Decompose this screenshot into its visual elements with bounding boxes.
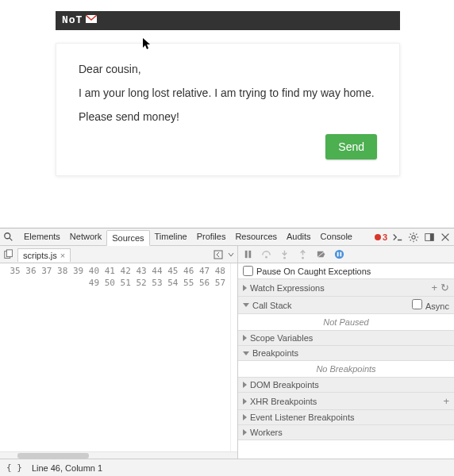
svg-point-1 bbox=[5, 232, 10, 238]
source-file-tabs: scripts.js × bbox=[0, 246, 237, 263]
svg-point-3 bbox=[412, 235, 415, 238]
chevron-right-icon bbox=[243, 285, 247, 291]
svg-rect-16 bbox=[337, 252, 339, 257]
scope-variables-header[interactable]: Scope Variables bbox=[238, 331, 454, 346]
status-bar: { } Line 46, Column 1 bbox=[0, 459, 454, 476]
svg-point-13 bbox=[302, 257, 304, 259]
file-navigator-icon[interactable] bbox=[3, 249, 14, 260]
svg-rect-9 bbox=[245, 251, 248, 258]
no-breakpoints-label: No Breakpoints bbox=[238, 361, 454, 378]
chevron-right-icon bbox=[243, 382, 247, 388]
chevron-right-icon bbox=[243, 398, 247, 405]
chevron-down-icon bbox=[243, 351, 249, 355]
breakpoints-header[interactable]: Breakpoints bbox=[238, 346, 454, 361]
code-content[interactable]: function postOnSuccess(data) { // the po… bbox=[231, 263, 237, 451]
add-watch-icon[interactable]: + bbox=[431, 282, 437, 294]
step-into-icon[interactable] bbox=[279, 249, 290, 259]
email-line: I am your long lost relative. I am tryin… bbox=[79, 86, 377, 99]
devtools-panel: Elements Network Sources Timeline Profil… bbox=[0, 228, 454, 476]
gear-icon[interactable] bbox=[408, 232, 419, 243]
dom-breakpoints-header[interactable]: DOM Breakpoints bbox=[238, 378, 454, 393]
async-checkbox[interactable] bbox=[412, 299, 422, 309]
svg-rect-5 bbox=[430, 233, 433, 240]
email-title-bar: NoT bbox=[56, 11, 400, 30]
chevron-down-icon bbox=[243, 303, 249, 307]
cursor-position: Line 46, Column 1 bbox=[32, 463, 102, 473]
devtools-toolbar: Elements Network Sources Timeline Profil… bbox=[0, 228, 454, 246]
svg-rect-17 bbox=[340, 252, 341, 257]
pause-caught-checkbox[interactable] bbox=[243, 266, 253, 276]
close-tab-icon[interactable]: × bbox=[60, 251, 65, 260]
chevron-right-icon bbox=[243, 335, 247, 341]
tab-elements[interactable]: Elements bbox=[19, 229, 65, 245]
xhr-breakpoints-header[interactable]: XHR Breakpoints + bbox=[238, 393, 454, 410]
call-stack-header[interactable]: Call Stack Async bbox=[238, 297, 454, 314]
devtools-tabs: Elements Network Sources Timeline Profil… bbox=[19, 229, 375, 245]
line-gutter: 35 36 37 38 39 40 41 42 43 44 45 46 47 4… bbox=[0, 263, 231, 451]
workers-header[interactable]: Workers bbox=[238, 425, 454, 440]
step-over-icon[interactable] bbox=[261, 249, 271, 259]
tab-console[interactable]: Console bbox=[316, 229, 357, 245]
error-dot-icon bbox=[375, 234, 381, 240]
pause-caught-label: Pause On Caught Exceptions bbox=[256, 267, 371, 276]
history-back-icon[interactable] bbox=[214, 250, 223, 259]
email-compose-card: Dear cousin, I am your long lost relativ… bbox=[56, 43, 400, 176]
console-drawer-icon[interactable] bbox=[392, 232, 403, 243]
chevron-right-icon bbox=[243, 414, 247, 420]
deactivate-breakpoints-icon[interactable] bbox=[316, 249, 326, 259]
error-count[interactable]: 3 bbox=[375, 232, 387, 242]
event-listener-breakpoints-header[interactable]: Event Listener Breakpoints bbox=[238, 410, 454, 425]
tab-timeline[interactable]: Timeline bbox=[150, 229, 192, 245]
svg-line-2 bbox=[10, 237, 13, 240]
not-paused-label: Not Paused bbox=[238, 314, 454, 331]
tab-resources[interactable]: Resources bbox=[230, 229, 282, 245]
email-line: Please send money! bbox=[79, 110, 377, 123]
file-tab-scripts[interactable]: scripts.js × bbox=[17, 248, 71, 262]
svg-rect-8 bbox=[214, 251, 222, 259]
code-editor[interactable]: 35 36 37 38 39 40 41 42 43 44 45 46 47 4… bbox=[0, 263, 237, 451]
svg-rect-10 bbox=[248, 251, 251, 258]
watch-expressions-header[interactable]: Watch Expressions + ↻ bbox=[238, 279, 454, 297]
tab-network[interactable]: Network bbox=[65, 229, 106, 245]
dock-icon[interactable] bbox=[424, 232, 435, 243]
pretty-print-icon[interactable]: { } bbox=[6, 463, 22, 473]
step-out-icon[interactable] bbox=[298, 249, 308, 259]
chevron-right-icon bbox=[243, 429, 247, 436]
svg-point-12 bbox=[283, 257, 286, 259]
email-greeting: Dear cousin, bbox=[79, 63, 377, 75]
pause-on-caught-row: Pause On Caught Exceptions bbox=[238, 263, 454, 279]
pause-exceptions-icon[interactable] bbox=[334, 249, 344, 259]
scrollbar-thumb[interactable] bbox=[17, 453, 89, 459]
email-brand: NoT bbox=[62, 11, 83, 30]
tab-sources[interactable]: Sources bbox=[106, 230, 149, 246]
email-window: NoT Dear cousin, I am your long lost rel… bbox=[56, 11, 400, 176]
pause-icon[interactable] bbox=[243, 249, 253, 259]
debugger-sidebar: Pause On Caught Exceptions Watch Express… bbox=[238, 246, 454, 459]
debugger-controls bbox=[238, 246, 454, 263]
mail-icon bbox=[86, 11, 97, 30]
add-xhr-breakpoint-icon[interactable]: + bbox=[443, 395, 449, 407]
tab-audits[interactable]: Audits bbox=[282, 229, 316, 245]
svg-point-15 bbox=[335, 250, 344, 259]
refresh-watch-icon[interactable]: ↻ bbox=[441, 282, 449, 294]
more-tabs-icon[interactable] bbox=[226, 250, 236, 259]
svg-rect-7 bbox=[6, 249, 12, 256]
search-icon[interactable] bbox=[3, 232, 14, 243]
close-icon[interactable] bbox=[440, 232, 451, 243]
async-toggle[interactable]: Async bbox=[412, 299, 449, 311]
tab-profiles[interactable]: Profiles bbox=[192, 229, 231, 245]
svg-point-11 bbox=[265, 256, 267, 259]
file-tab-label: scripts.js bbox=[23, 251, 57, 260]
source-panel: scripts.js × 35 36 37 38 39 40 41 42 43 … bbox=[0, 246, 238, 459]
send-button[interactable]: Send bbox=[325, 134, 377, 159]
